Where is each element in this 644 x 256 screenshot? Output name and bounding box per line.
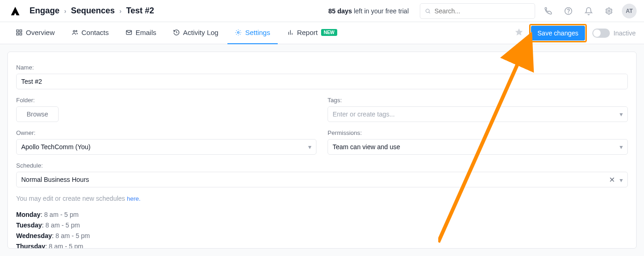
tags-select[interactable]: Enter or create tags... ▾ — [328, 106, 628, 122]
star-icon[interactable] — [514, 28, 524, 39]
save-highlight: Save changes — [529, 24, 587, 42]
bar-chart-icon — [287, 29, 294, 36]
gear-icon[interactable] — [602, 4, 616, 18]
svg-rect-7 — [17, 33, 18, 35]
active-toggle[interactable] — [592, 29, 610, 38]
browse-button[interactable]: Browse — [16, 106, 59, 122]
gear-icon — [235, 29, 242, 36]
schedule-here-link[interactable]: here. — [127, 195, 141, 202]
save-button[interactable]: Save changes — [531, 26, 585, 41]
tab-emails[interactable]: Emails — [118, 22, 164, 44]
schedule-select[interactable]: Normal Business Hours ✕ ▾ — [16, 172, 628, 187]
name-input[interactable] — [16, 74, 628, 89]
schedule-row: Monday: 8 am - 5 pm — [16, 209, 628, 220]
permissions-select[interactable]: Team can view and use ▾ — [328, 139, 628, 155]
search-input[interactable] — [420, 3, 535, 19]
history-icon — [173, 29, 180, 36]
owner-select[interactable]: Apollo TechComm (You) ▾ — [16, 139, 316, 155]
help-icon[interactable] — [561, 4, 576, 18]
tab-settings[interactable]: Settings — [227, 22, 277, 44]
tab-overview[interactable]: Overview — [8, 22, 62, 44]
crumb-sequences[interactable]: Sequences — [71, 6, 115, 16]
svg-point-4 — [608, 10, 610, 12]
clear-icon[interactable]: ✕ — [609, 176, 615, 184]
owner-label: Owner: — [16, 129, 316, 136]
tags-label: Tags: — [328, 97, 628, 104]
chevron-right-icon: › — [64, 7, 66, 15]
avatar[interactable]: AT — [622, 4, 637, 18]
users-icon — [72, 29, 78, 36]
tab-contacts[interactable]: Contacts — [64, 22, 116, 44]
schedule-row: Wednesday: 8 am - 5 pm — [16, 231, 628, 241]
inactive-label: Inactive — [614, 29, 636, 37]
bell-icon[interactable] — [581, 4, 596, 18]
svg-point-0 — [426, 9, 429, 12]
caret-down-icon: ▾ — [620, 176, 623, 184]
svg-point-12 — [238, 32, 239, 34]
trial-notice: 85 days left in your free trial — [328, 7, 409, 15]
schedule-hint: You may edit or create new schedules her… — [16, 195, 628, 202]
schedule-row: Tuesday: 8 am - 5 pm — [16, 220, 628, 231]
search-icon — [425, 8, 431, 14]
name-label: Name: — [16, 64, 628, 71]
svg-line-1 — [429, 12, 430, 13]
grid-icon — [16, 29, 23, 36]
new-badge: NEW — [321, 29, 337, 36]
caret-down-icon: ▾ — [620, 111, 623, 118]
schedule-row: Thursday: 8 am - 5 pm — [16, 241, 628, 249]
caret-down-icon: ▾ — [308, 143, 311, 151]
svg-point-3 — [568, 12, 569, 13]
svg-point-9 — [73, 30, 75, 32]
breadcrumb: Engage › Sequences › Test #2 — [30, 6, 154, 16]
crumb-engage[interactable]: Engage — [30, 6, 60, 16]
chevron-right-icon: › — [119, 7, 122, 15]
svg-rect-8 — [20, 33, 22, 35]
svg-rect-5 — [17, 30, 18, 32]
tab-report[interactable]: Report NEW — [280, 22, 345, 44]
tab-activity-log[interactable]: Activity Log — [166, 22, 226, 44]
schedule-rows: Monday: 8 am - 5 pmTuesday: 8 am - 5 pmW… — [16, 209, 628, 249]
caret-down-icon: ▾ — [620, 143, 623, 151]
phone-icon[interactable] — [541, 4, 555, 18]
crumb-current: Test #2 — [126, 6, 154, 16]
mail-icon — [125, 29, 132, 36]
svg-rect-6 — [20, 30, 22, 32]
permissions-label: Permissions: — [328, 129, 628, 136]
apollo-logo[interactable] — [10, 6, 20, 16]
folder-label: Folder: — [16, 97, 316, 104]
svg-point-10 — [76, 30, 77, 32]
schedule-label: Schedule: — [16, 162, 628, 169]
